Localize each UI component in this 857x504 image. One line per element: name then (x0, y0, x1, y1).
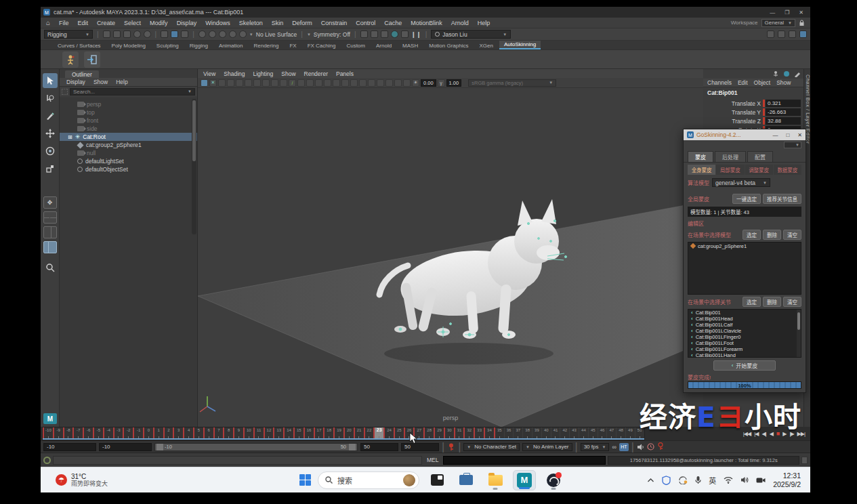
render-icon[interactable] (360, 30, 368, 38)
shelf-tab-poly-modeling[interactable]: Poly Modeling (107, 42, 150, 49)
models-select-button[interactable]: 选定 (743, 230, 761, 240)
snap-plane-icon[interactable] (229, 30, 236, 38)
layout-single-pane[interactable]: ✥ (43, 196, 57, 209)
gamma-icon[interactable]: γ (438, 79, 445, 87)
menu-constrain[interactable]: Constrain (321, 20, 348, 26)
channel-value-field[interactable]: 0.321 (766, 100, 801, 107)
goskinning-minimize[interactable]: — (772, 132, 778, 138)
joint-list-item[interactable]: ‹Cat:Bip001LFoot (688, 340, 801, 346)
viewport-tool-icon-9[interactable] (280, 79, 287, 87)
taskbar-search[interactable]: 搜索 (318, 471, 419, 489)
snap-surface-icon[interactable] (239, 30, 247, 38)
animation-start-field[interactable]: -10 (43, 443, 96, 451)
outliner-item-top[interactable]: top (60, 108, 197, 117)
shelf-tab-motion-graphics[interactable]: Motion Graphics (424, 42, 473, 49)
menu-windows[interactable]: Windows (205, 20, 230, 26)
range-end-handle[interactable] (349, 444, 356, 450)
taskbar-clock[interactable]: 12:31 2025/9/2 (773, 471, 801, 488)
menu-cache[interactable]: Cache (384, 20, 402, 26)
model-list-item[interactable]: cat:group2_pSphere1 (688, 243, 801, 249)
goskinning-title-bar[interactable]: M GoSkinning-4.2... — □ ✕ (684, 129, 806, 140)
sync-icon[interactable] (678, 476, 688, 484)
layout-two-pane[interactable] (43, 226, 57, 238)
outliner-item-front[interactable]: front (60, 117, 197, 125)
outliner-item-side[interactable]: side (60, 125, 197, 133)
channel-box-menu-edit[interactable]: Edit (738, 79, 748, 86)
shelf-tab-sculpting[interactable]: Sculpting (152, 42, 184, 49)
ipr-render-icon[interactable] (371, 30, 378, 38)
viewport-tool-icon-15[interactable] (333, 79, 340, 87)
animation-end-field[interactable]: 50 (401, 443, 439, 451)
outliner-filter-icon[interactable] (62, 89, 68, 95)
layout-outliner-persp[interactable] (43, 241, 57, 253)
shelf-tab-arnold[interactable]: Arnold (371, 42, 396, 49)
viewport-tool-icon-18[interactable] (359, 79, 367, 87)
menu-skeleton[interactable]: Skeleton (239, 20, 263, 26)
viewport-tool-icon-12[interactable] (306, 79, 314, 87)
shelf-tab-xgen[interactable]: XGen (474, 42, 497, 49)
joints-select-button[interactable]: 选定 (743, 297, 761, 307)
symmetry-dropdown[interactable]: Symmetry: Off (314, 31, 350, 38)
camera-icon[interactable] (756, 477, 766, 484)
joint-list[interactable]: ‹Cat:Bip001‹Cat:Bip001Head‹Cat:Bip001LCa… (688, 309, 801, 358)
evaluation-toggle[interactable]: HT (619, 443, 629, 451)
channel-box-menu-show[interactable]: Show (776, 79, 791, 86)
joint-list-item[interactable]: ‹Cat:Bip001LCalf (688, 322, 801, 328)
goskinning-maximize[interactable]: □ (786, 132, 789, 138)
viewport-tool-icon-1[interactable]: ✕ (209, 79, 217, 87)
gs-subtab-3[interactable]: 数据蒙皮 (774, 165, 801, 175)
outliner-scrollbar[interactable] (192, 99, 196, 234)
outliner-menu-show[interactable]: Show (93, 79, 108, 85)
goskinning-m-icon[interactable]: M (43, 413, 57, 424)
select-object-icon[interactable] (171, 30, 178, 38)
auto-key-icon[interactable] (657, 441, 664, 453)
clock-options-icon[interactable] (647, 441, 654, 453)
anim-layer-dropdown[interactable]: ▼No Anim Layer (522, 443, 572, 451)
viewport-menu-show[interactable]: Show (281, 70, 295, 77)
viewport-tool-icon-8[interactable] (271, 79, 278, 87)
viewport-tool-icon-4[interactable] (236, 79, 243, 87)
file-explorer-app[interactable] (484, 470, 507, 490)
menu-file[interactable]: File (59, 20, 69, 26)
render-settings-icon[interactable] (381, 30, 388, 38)
layout-four-pane[interactable] (43, 211, 57, 224)
menu-select[interactable]: Select (124, 20, 141, 26)
viewport-canvas[interactable] (198, 88, 703, 427)
viewport-tool-icon-3[interactable] (227, 79, 234, 87)
account-dropdown[interactable]: Jason Liu ▼ (431, 30, 511, 39)
open-scene-icon[interactable] (113, 30, 121, 38)
model-list[interactable]: cat:group2_pSphere1 (688, 242, 801, 295)
viewport-menu-view[interactable]: View (203, 70, 215, 77)
pause-icon[interactable]: ❙❙ (411, 31, 421, 38)
toggle-attr-editor-icon[interactable] (767, 30, 774, 38)
playback-start-field[interactable]: -10 (99, 443, 152, 451)
help-line-field[interactable] (53, 456, 422, 465)
viewport-tool-icon-6[interactable] (253, 79, 261, 87)
outliner-search-input[interactable]: Search...▼ (70, 88, 195, 96)
hypershade-icon[interactable] (391, 30, 398, 38)
viewport-tool-icon-13[interactable] (315, 79, 322, 87)
viewport-menu-panels[interactable]: Panels (336, 70, 354, 77)
volume-icon[interactable] (740, 476, 749, 484)
select-component-icon[interactable] (181, 30, 188, 38)
viewport-tool-icon-10[interactable]: / (289, 79, 296, 87)
command-input[interactable] (443, 456, 606, 465)
viewport-tool-icon-14[interactable] (324, 79, 331, 87)
menu-help[interactable]: Help (478, 20, 490, 26)
menu-edit[interactable]: Edit (78, 20, 89, 26)
toolbox-app[interactable] (455, 470, 478, 490)
menu-modify[interactable]: Modify (150, 20, 168, 26)
viewport-tool-icon-5[interactable] (245, 79, 252, 87)
security-shield-icon[interactable] (662, 476, 671, 485)
viewport-tool-icon-21[interactable] (385, 79, 393, 87)
shelf-tab-fx[interactable]: FX (285, 42, 301, 49)
menu-control[interactable]: Control (356, 20, 375, 26)
gs-subtab-2[interactable]: 调整蒙皮 (745, 165, 773, 175)
menu-display[interactable]: Display (177, 20, 197, 26)
move-tool[interactable] (43, 126, 58, 141)
gs-tab-2[interactable]: 配置 (747, 151, 773, 162)
toggle-modeling-toolkit-icon[interactable] (799, 30, 807, 38)
gs-tab-1[interactable]: 后处理 (715, 151, 746, 162)
wifi-icon[interactable] (724, 476, 733, 484)
shelf-tab-animation[interactable]: Animation (214, 42, 248, 49)
